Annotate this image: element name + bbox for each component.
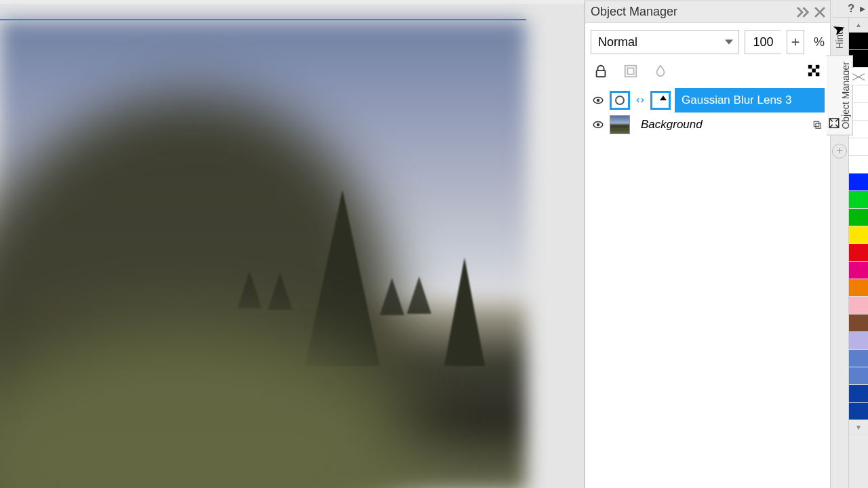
color-swatch[interactable] — [849, 262, 868, 279]
opacity-stepper[interactable] — [787, 30, 804, 54]
blend-mode-select[interactable]: Normal — [591, 30, 739, 54]
layer-label: Background — [634, 113, 806, 137]
right-rail: ? ▸ Hints Object Manager ＋ ▲ — [830, 0, 868, 488]
svg-point-9 — [597, 99, 600, 102]
color-swatch[interactable] — [849, 156, 868, 174]
no-color-swatch[interactable] — [849, 68, 868, 85]
color-swatch[interactable] — [849, 332, 868, 350]
chevron-down-icon — [725, 40, 733, 45]
lock-icon[interactable] — [591, 61, 611, 81]
link-icon[interactable] — [633, 91, 647, 110]
menu-caret-icon[interactable]: ▸ — [860, 2, 865, 15]
svg-point-11 — [597, 123, 600, 127]
svg-rect-4 — [816, 65, 820, 69]
svg-rect-7 — [816, 73, 820, 77]
droplet-icon[interactable] — [650, 61, 671, 81]
canvas-area[interactable] — [0, 0, 585, 488]
color-swatch[interactable] — [849, 226, 868, 244]
object-manager-panel: Object Manager Normal 100 % — [585, 0, 830, 488]
layer-label: Gaussian Blur Lens 3 — [675, 88, 825, 113]
svg-rect-13 — [816, 123, 821, 128]
svg-rect-6 — [808, 73, 812, 77]
panel-collapse-button[interactable] — [795, 5, 810, 20]
opacity-input[interactable]: 100 — [745, 30, 781, 54]
color-swatch[interactable] — [849, 191, 868, 209]
clip-mask-icon[interactable] — [620, 61, 641, 81]
lens-thumbnail[interactable] — [610, 91, 630, 110]
color-swatch[interactable] — [849, 33, 868, 50]
layer-list: Gaussian Blur Lens 3 Background — [585, 88, 830, 488]
image-canvas[interactable] — [0, 19, 526, 488]
svg-rect-12 — [814, 121, 818, 126]
add-docker-button[interactable]: ＋ — [832, 144, 847, 159]
color-swatch[interactable] — [849, 385, 868, 403]
svg-rect-3 — [808, 65, 812, 69]
svg-rect-0 — [597, 70, 606, 77]
color-swatch[interactable] — [849, 279, 868, 297]
visibility-toggle-icon[interactable] — [591, 94, 606, 106]
palette-scroll-down[interactable]: ▼ — [849, 420, 868, 435]
color-swatch[interactable] — [849, 209, 868, 226]
help-icon[interactable]: ? — [848, 3, 854, 15]
color-swatch[interactable] — [849, 350, 868, 367]
layer-background[interactable]: Background — [591, 113, 825, 137]
panel-header: Object Manager — [585, 0, 830, 23]
layer-gaussian-blur-lens[interactable]: Gaussian Blur Lens 3 — [591, 88, 825, 113]
object-manager-icon — [828, 117, 840, 129]
color-swatch[interactable] — [849, 174, 868, 191]
color-swatch[interactable] — [849, 403, 868, 420]
panel-title-text: Object Manager — [591, 5, 677, 19]
opacity-unit: % — [814, 35, 825, 49]
svg-rect-1 — [625, 66, 637, 77]
color-swatch[interactable] — [849, 367, 868, 385]
color-swatch[interactable] — [849, 314, 868, 332]
panel-close-button[interactable] — [812, 5, 827, 20]
mask-thumbnail[interactable] — [650, 91, 671, 110]
color-swatch[interactable] — [849, 138, 868, 156]
visibility-toggle-icon[interactable] — [591, 119, 606, 131]
color-swatch[interactable] — [849, 244, 868, 262]
svg-rect-2 — [627, 68, 633, 74]
color-swatch[interactable] — [849, 297, 868, 314]
blend-mode-value: Normal — [598, 35, 637, 49]
copy-indicator-icon — [810, 119, 825, 130]
palette-scroll-up[interactable]: ▲ — [849, 18, 868, 33]
image-thumbnail[interactable] — [610, 115, 630, 134]
svg-rect-5 — [812, 68, 816, 73]
checker-options-icon[interactable] — [804, 61, 825, 81]
brush-cursor-outline — [186, 254, 219, 287]
